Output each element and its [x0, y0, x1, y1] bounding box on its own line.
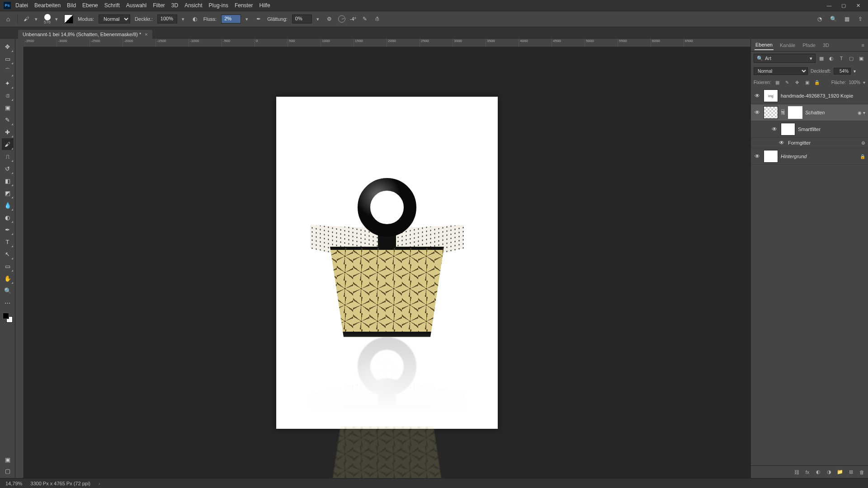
visibility-toggle[interactable]: 👁: [754, 109, 761, 116]
layer-row[interactable]: 👁 Smartfilter: [751, 121, 868, 138]
share-icon[interactable]: ⇪: [856, 15, 864, 23]
status-more-icon[interactable]: ›: [99, 481, 100, 486]
home-button[interactable]: ⌂: [4, 14, 13, 23]
shape-tool[interactable]: ▭: [2, 260, 14, 272]
opacity-drop[interactable]: ▾: [854, 69, 856, 74]
layer-name[interactable]: Hintergrund: [781, 154, 857, 159]
adjustment-icon[interactable]: ◑: [826, 469, 833, 475]
menu-filter[interactable]: Filter: [153, 2, 165, 9]
search-icon[interactable]: 🔍: [829, 15, 837, 23]
frame-tool[interactable]: ▣: [2, 102, 14, 113]
lasso-tool[interactable]: ⌒: [2, 65, 14, 77]
menu-layer[interactable]: Ebene: [82, 2, 98, 9]
menu-3d[interactable]: 3D: [171, 2, 178, 9]
tab-3d[interactable]: 3D: [822, 41, 830, 50]
layer-name[interactable]: Smartfilter: [798, 127, 865, 132]
workspace-icon[interactable]: ▦: [843, 15, 851, 23]
brush-preview[interactable]: 578: [44, 14, 51, 24]
layer-name[interactable]: Schatten: [805, 110, 855, 115]
menu-help[interactable]: Hilfe: [259, 2, 270, 9]
menu-window[interactable]: Fenster: [235, 2, 253, 9]
visibility-toggle[interactable]: 👁: [771, 126, 778, 132]
mask-icon[interactable]: ◐: [815, 469, 822, 475]
symmetry-icon[interactable]: ⫛: [373, 15, 382, 23]
zoom-tool[interactable]: 🔍: [2, 285, 14, 296]
angle-dial-icon[interactable]: [338, 15, 345, 23]
zoom-level[interactable]: 14,79%: [5, 481, 22, 486]
healing-tool[interactable]: ✚: [2, 126, 14, 138]
opacity-dropdown[interactable]: ▾: [182, 16, 186, 22]
flow-input[interactable]: 2%: [221, 14, 241, 23]
tool-preset-dropdown[interactable]: ▾: [35, 16, 39, 22]
fg-color[interactable]: [3, 313, 9, 319]
filter-smart-icon[interactable]: ▣: [857, 54, 865, 62]
filter-pixel-icon[interactable]: ▦: [817, 54, 826, 62]
hand-tool[interactable]: ✋: [2, 272, 14, 284]
menu-edit[interactable]: Bearbeiten: [34, 2, 61, 9]
group-icon[interactable]: 📁: [836, 469, 844, 475]
maximize-button[interactable]: ▢: [837, 1, 850, 9]
pen-tool[interactable]: ✒: [2, 224, 14, 235]
menu-plugins[interactable]: Plug-ins: [209, 2, 228, 9]
lock-pixels-icon[interactable]: ✎: [783, 79, 791, 86]
layer-row[interactable]: 👁 img handmade-4926873_1920 Kopie: [751, 88, 868, 104]
dodge-tool[interactable]: ◐: [2, 211, 14, 223]
blur-tool[interactable]: 💧: [2, 199, 14, 211]
angle-value[interactable]: -4°: [350, 16, 356, 22]
blend-mode-select[interactable]: Normal: [754, 67, 808, 75]
visibility-toggle[interactable]: 👁: [778, 140, 785, 146]
tab-paths[interactable]: Pfade: [802, 41, 816, 50]
menu-type[interactable]: Schrift: [104, 2, 120, 9]
brush-tool-icon[interactable]: 🖌: [22, 15, 30, 23]
layer-thumb[interactable]: [764, 106, 778, 119]
menu-file[interactable]: Datei: [15, 2, 28, 9]
visibility-toggle[interactable]: 👁: [754, 93, 761, 99]
close-button[interactable]: ✕: [852, 1, 864, 9]
wand-tool[interactable]: ✦: [2, 77, 14, 89]
eraser-tool[interactable]: ◧: [2, 175, 14, 187]
tab-layers[interactable]: Ebenen: [755, 40, 774, 50]
history-brush-tool[interactable]: ↺: [2, 163, 14, 174]
minimize-button[interactable]: —: [823, 1, 835, 9]
layer-row[interactable]: 👁 ⛓ Schatten ◉ ▾ ☟: [751, 104, 868, 121]
opacity-pressure-icon[interactable]: ◐: [191, 15, 199, 23]
doc-info[interactable]: 3300 Px x 4765 Px (72 ppi): [30, 481, 90, 486]
fx-icon[interactable]: fx: [804, 469, 811, 475]
filter-mask-thumb[interactable]: [781, 123, 795, 136]
type-tool[interactable]: T: [2, 236, 14, 248]
screenmode-icon[interactable]: ▢: [2, 466, 14, 476]
fill-drop[interactable]: ▾: [863, 80, 865, 85]
move-tool[interactable]: ✥: [2, 41, 14, 52]
menu-select[interactable]: Auswahl: [126, 2, 146, 9]
layer-row[interactable]: 👁 Formgitter ⚙: [751, 138, 868, 148]
delete-icon[interactable]: 🗑: [858, 469, 865, 475]
edit-toolbar[interactable]: ⋯: [2, 297, 14, 309]
tab-channels[interactable]: Kanäle: [779, 41, 796, 50]
flow-dropdown[interactable]: ▾: [245, 16, 250, 22]
visibility-toggle[interactable]: 👁: [754, 153, 761, 160]
layer-thumb[interactable]: [764, 150, 778, 163]
opacity-input[interactable]: 100%: [157, 14, 177, 23]
airbrush-icon[interactable]: ✒: [255, 15, 263, 23]
brush-tool[interactable]: 🖌: [2, 138, 14, 150]
marquee-tool[interactable]: ▭: [2, 53, 14, 65]
filter-adjust-icon[interactable]: ◐: [827, 54, 835, 62]
layer-thumb[interactable]: img: [764, 89, 778, 102]
layer-name[interactable]: Formgitter: [788, 140, 859, 145]
size-pressure-icon[interactable]: ✎: [361, 15, 369, 23]
smoothing-dropdown[interactable]: ▾: [316, 16, 321, 22]
gradient-tool[interactable]: ◩: [2, 187, 14, 199]
canvas-area[interactable]: -3500 -3000 -2500 -2000 -1500 -1000 -500…: [24, 39, 750, 478]
mode-select[interactable]: Normal: [99, 14, 130, 23]
lock-artboard-icon[interactable]: ▣: [803, 79, 811, 86]
brush-dropdown[interactable]: ▾: [55, 16, 60, 22]
panel-menu-icon[interactable]: ≡: [862, 42, 864, 48]
layer-filter-select[interactable]: 🔍 Art ▾: [754, 54, 816, 63]
brush-panel-toggle[interactable]: [64, 14, 73, 23]
document-tab[interactable]: Unbenannt-1 bei 14,8% (Schatten, Ebenenm…: [18, 30, 152, 39]
layer-mask-thumb[interactable]: [788, 106, 802, 119]
link-layers-icon[interactable]: ⛓: [793, 469, 800, 475]
filter-type-icon[interactable]: T: [837, 54, 845, 62]
smart-filter-badge-icon[interactable]: ◉ ▾: [858, 110, 865, 115]
path-select-tool[interactable]: ↖: [2, 248, 14, 260]
